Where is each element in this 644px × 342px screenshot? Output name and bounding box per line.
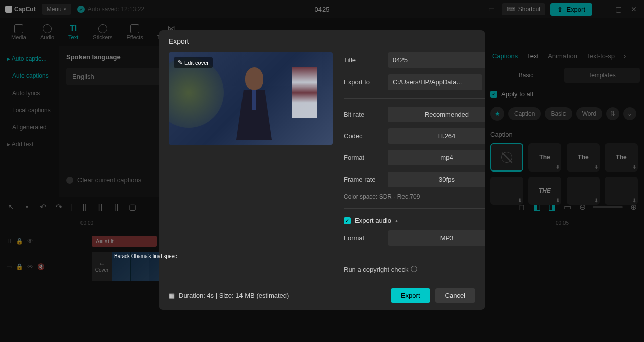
copyright-label: Run a copyright checkⓘ (344, 265, 417, 274)
framerate-select[interactable]: 30fps (388, 172, 485, 187)
export-audio-label: Export audio (355, 217, 391, 224)
bitrate-label: Bit rate (344, 111, 382, 118)
codec-select[interactable]: H.264 (388, 128, 485, 144)
film-icon: ▦ (169, 292, 175, 299)
collapse-icon[interactable]: ▴ (395, 218, 398, 223)
framerate-label: Frame rate (344, 176, 382, 183)
duration-info: ▦Duration: 4s | Size: 14 MB (estimated) (169, 292, 289, 299)
export-audio-checkbox[interactable]: ✓ (344, 217, 351, 224)
bitrate-select[interactable]: Recommended (388, 107, 485, 122)
audio-format-select[interactable]: MP3 (388, 230, 485, 246)
export-modal: Export ✎Edit cover Title Export to 🗀 (159, 30, 485, 310)
edit-cover-button[interactable]: ✎Edit cover (174, 57, 213, 68)
title-input[interactable] (388, 52, 485, 68)
export-to-label: Export to (344, 78, 382, 86)
info-icon[interactable]: ⓘ (411, 265, 417, 274)
codec-label: Codec (344, 132, 382, 140)
format-label: Format (344, 154, 382, 161)
cover-preview: ✎Edit cover (169, 52, 333, 145)
colorspace-info: Color space: SDR - Rec.709 (344, 193, 485, 200)
export-confirm-button[interactable]: Export (391, 288, 430, 303)
export-path-input[interactable] (388, 74, 482, 90)
title-label: Title (344, 56, 382, 64)
modal-overlay: Export ✎Edit cover Title Export to 🗀 (0, 0, 644, 342)
modal-title: Export (159, 30, 485, 52)
format-select[interactable]: mp4 (388, 150, 485, 165)
audio-format-label: Format (344, 234, 382, 242)
cancel-button[interactable]: Cancel (435, 288, 475, 303)
pencil-icon: ✎ (178, 59, 182, 66)
